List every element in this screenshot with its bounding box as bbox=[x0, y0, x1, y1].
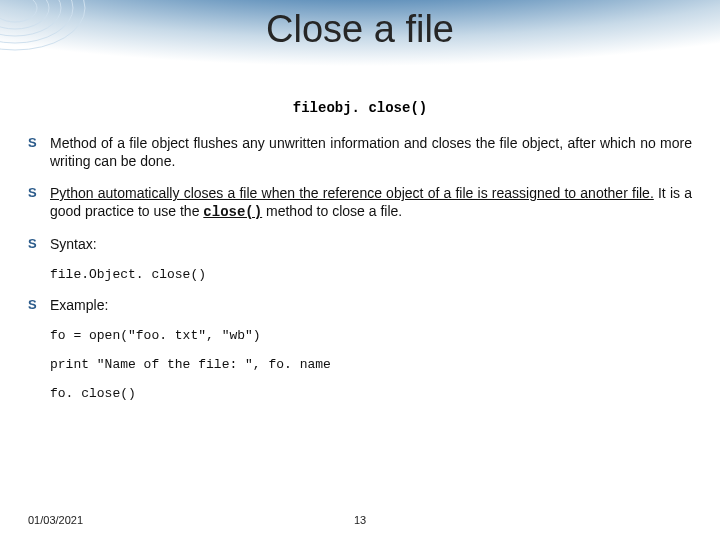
bullet-item: S Example: bbox=[28, 296, 692, 314]
footer-date: 01/03/2021 bbox=[28, 514, 83, 526]
code-line: fo = open("foo. txt", "wb") bbox=[50, 328, 692, 343]
bullet-text: Method of a file object flushes any unwr… bbox=[50, 134, 692, 170]
slide-body: fileobj. close() S Method of a file obje… bbox=[28, 100, 692, 415]
bullet-icon: S bbox=[28, 184, 50, 202]
bullet-icon: S bbox=[28, 296, 50, 314]
footer-page-number: 13 bbox=[354, 514, 366, 526]
code-line: fo. close() bbox=[50, 386, 692, 401]
bullet-text: Python automatically closes a file when … bbox=[50, 184, 692, 221]
code-line: file.Object. close() bbox=[50, 267, 692, 282]
bullet-item: S Syntax: bbox=[28, 235, 692, 253]
bullet-item: S Python automatically closes a file whe… bbox=[28, 184, 692, 221]
bullet-icon: S bbox=[28, 134, 50, 152]
underlined-text: Python automatically closes a file when … bbox=[50, 185, 654, 201]
text-span: method to close a file. bbox=[262, 203, 402, 219]
slide-footer: 01/03/2021 13 bbox=[28, 514, 692, 526]
bullet-text: Example: bbox=[50, 296, 108, 314]
bullet-icon: S bbox=[28, 235, 50, 253]
bullet-item: S Method of a file object flushes any un… bbox=[28, 134, 692, 170]
slide-title: Close a file bbox=[0, 8, 720, 51]
bullet-text: Syntax: bbox=[50, 235, 97, 253]
inline-code: close() bbox=[203, 204, 262, 220]
code-header: fileobj. close() bbox=[28, 100, 692, 116]
code-line: print "Name of the file: ", fo. name bbox=[50, 357, 692, 372]
